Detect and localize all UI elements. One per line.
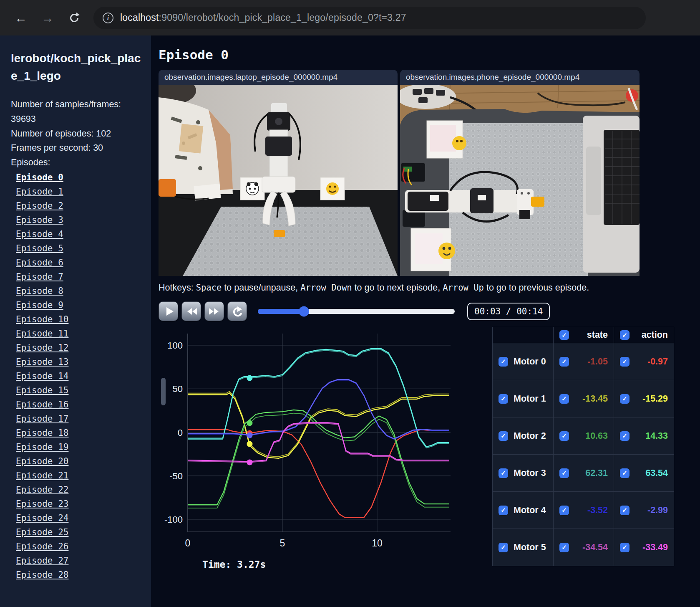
panda-box [240, 177, 264, 200]
episode-link[interactable]: Episode 8 [16, 286, 63, 296]
motor-checkbox[interactable]: ✓ [499, 468, 508, 478]
episode-link[interactable]: Episode 25 [16, 527, 68, 537]
play-icon [162, 305, 175, 318]
episode-list-item: Episode 28 [16, 568, 141, 582]
play-button[interactable] [159, 301, 178, 321]
dataset-stats: Number of samples/frames: 39693 Number o… [11, 97, 141, 170]
episode-list-item: Episode 26 [16, 540, 141, 554]
episode-link[interactable]: Episode 3 [16, 215, 63, 225]
video-title-laptop: observation.images.laptop_episode_000000… [159, 70, 398, 85]
url-host: localhost [120, 12, 159, 23]
motor-action-checkbox[interactable]: ✓ [620, 431, 629, 441]
laptop-top-view [583, 116, 640, 273]
episode-link[interactable]: Episode 21 [16, 470, 68, 481]
video-phone[interactable] [400, 85, 640, 276]
episode-list-item: Episode 16 [16, 398, 141, 412]
episode-link[interactable]: Episode 1 [16, 187, 63, 197]
motor-checkbox[interactable]: ✓ [499, 394, 508, 404]
loop-icon [231, 305, 244, 318]
episode-link[interactable]: Episode 28 [16, 570, 68, 580]
episode-list-item: Episode 24 [16, 511, 141, 526]
motor-action-checkbox[interactable]: ✓ [620, 506, 629, 515]
motor-state-checkbox[interactable]: ✓ [559, 357, 569, 367]
page-title: Episode 0 [159, 47, 700, 62]
svg-text:100: 100 [167, 340, 183, 351]
rewind-button[interactable] [181, 301, 201, 321]
motor-state-checkbox[interactable]: ✓ [559, 394, 569, 404]
motor-checkbox[interactable]: ✓ [499, 431, 508, 441]
episode-link[interactable]: Episode 2 [16, 201, 63, 211]
episode-link[interactable]: Episode 11 [16, 329, 68, 339]
state-column-checkbox[interactable]: ✓ [559, 330, 569, 340]
motor-state-checkbox[interactable]: ✓ [559, 543, 569, 552]
episode-link[interactable]: Episode 15 [16, 385, 68, 395]
forward-button[interactable]: → [38, 9, 57, 27]
episode-link[interactable]: Episode 6 [16, 258, 63, 268]
episode-link[interactable]: Episode 18 [16, 428, 68, 438]
episode-list-item: Episode 23 [16, 497, 141, 511]
motor-action-value: -2.99 [647, 505, 668, 516]
motor-state-value: -34.54 [582, 542, 608, 553]
episode-list-item: Episode 0 [16, 171, 141, 185]
video-frame-phone [400, 85, 640, 276]
episode-link[interactable]: Episode 13 [16, 357, 68, 367]
episode-link[interactable]: Episode 7 [16, 272, 63, 282]
site-info-icon[interactable]: i [103, 13, 113, 23]
back-button[interactable]: ← [12, 9, 30, 27]
motor-action-checkbox[interactable]: ✓ [620, 394, 629, 404]
episode-link[interactable]: Episode 20 [16, 456, 68, 466]
motor-action-checkbox[interactable]: ✓ [620, 357, 629, 367]
episode-link[interactable]: Episode 0 [16, 172, 63, 182]
url-path: :9090/lerobot/koch_pick_place_1_lego/epi… [159, 12, 406, 23]
fast-forward-button[interactable] [204, 301, 224, 321]
seek-slider[interactable] [258, 309, 455, 314]
episode-link[interactable]: Episode 10 [16, 314, 68, 324]
episode-list-item: Episode 2 [16, 199, 141, 213]
episode-link[interactable]: Episode 14 [16, 371, 68, 381]
motor-state-checkbox[interactable]: ✓ [559, 506, 569, 515]
action-column-checkbox[interactable]: ✓ [620, 330, 629, 340]
motor-action-checkbox[interactable]: ✓ [620, 468, 629, 478]
reload-button[interactable] [65, 9, 83, 27]
video-panel-laptop[interactable]: observation.images.laptop_episode_000000… [159, 70, 398, 276]
motor-state-checkbox[interactable]: ✓ [559, 468, 569, 478]
motor-action-value: -15.29 [642, 394, 668, 404]
episode-link[interactable]: Episode 17 [16, 414, 68, 424]
video-laptop[interactable] [159, 85, 398, 276]
address-bar[interactable]: i localhost:9090/lerobot/koch_pick_place… [93, 7, 646, 29]
stat-episodes: Number of episodes: 102 [11, 126, 141, 141]
video-panel-phone[interactable]: observation.images.phone_episode_000000.… [400, 70, 640, 276]
motor-action-value: 63.54 [645, 468, 668, 478]
motor-checkbox[interactable]: ✓ [499, 506, 508, 515]
loop-button[interactable] [227, 301, 247, 321]
rewind-icon [185, 305, 198, 318]
episode-link[interactable]: Episode 27 [16, 556, 68, 566]
episode-link[interactable]: Episode 22 [16, 485, 68, 495]
time-display: 00:03 / 00:14 [467, 303, 550, 320]
fast-forward-icon [208, 305, 221, 318]
sidebar: lerobot/koch_pick_place_1_lego Number of… [0, 35, 151, 607]
episode-link[interactable]: Episode 16 [16, 400, 68, 410]
motor-checkbox[interactable]: ✓ [499, 357, 508, 367]
motor-action-value: -0.97 [647, 357, 668, 367]
slider-thumb[interactable] [299, 306, 309, 316]
episode-link[interactable]: Episode 26 [16, 541, 68, 551]
episode-link[interactable]: Episode 24 [16, 513, 68, 523]
episode-link[interactable]: Episode 5 [16, 243, 63, 253]
episode-link[interactable]: Episode 9 [16, 300, 63, 310]
scrollbar-thumb[interactable] [161, 378, 166, 405]
svg-text:-100: -100 [164, 514, 183, 525]
episode-link[interactable]: Episode 23 [16, 499, 68, 509]
motor-action-checkbox[interactable]: ✓ [620, 543, 629, 552]
action-column-header: action [642, 330, 668, 340]
episode-link[interactable]: Episode 19 [16, 442, 68, 452]
motor-checkbox[interactable]: ✓ [499, 543, 508, 552]
browser-toolbar: ← → i localhost:9090/lerobot/koch_pick_p… [0, 0, 700, 35]
reload-icon [68, 12, 81, 24]
motor-state-checkbox[interactable]: ✓ [559, 431, 569, 441]
svg-text:0: 0 [185, 538, 191, 549]
motor-state-value: -1.05 [587, 357, 608, 367]
episode-link[interactable]: Episode 4 [16, 229, 63, 239]
svg-text:0: 0 [178, 427, 183, 438]
episode-link[interactable]: Episode 12 [16, 343, 68, 353]
